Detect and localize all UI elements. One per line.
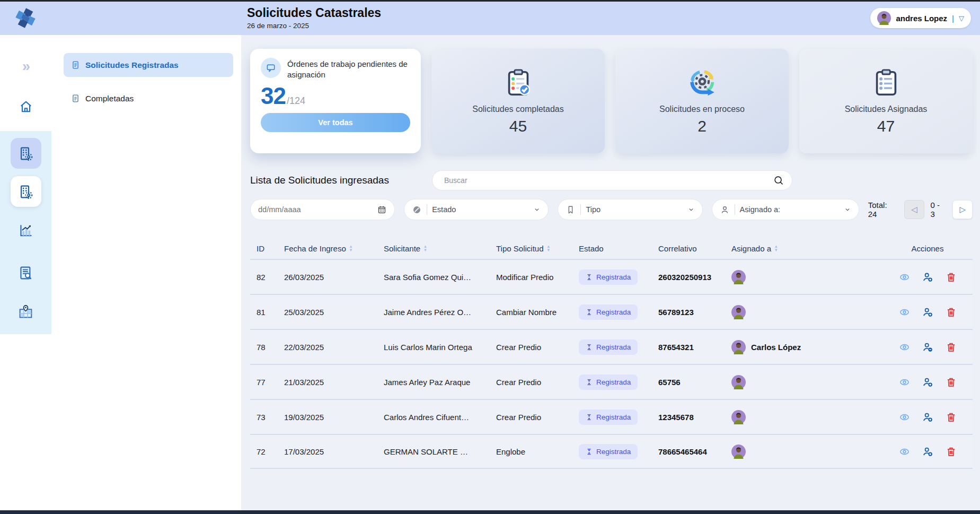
main-content: Órdenes de trabajo pendientes de asignac… — [241, 35, 980, 510]
calendar-icon[interactable] — [377, 205, 387, 215]
view-eye-icon[interactable] — [899, 307, 910, 318]
stat-label: Solicitudes Asignadas — [845, 104, 928, 114]
rail-item-documentos[interactable] — [0, 265, 51, 281]
cell-solicitante: GERMAN SOLARTE … — [377, 447, 490, 456]
filter-bar: Estado Tipo Asignado a: Total: 24 ◁ 0 - … — [250, 199, 973, 220]
cell-id: 78 — [250, 343, 278, 352]
chevron-down-icon — [844, 206, 851, 213]
cell-asignado — [725, 270, 882, 284]
pending-orders-card: Órdenes de trabajo pendientes de asignac… — [250, 49, 421, 153]
stat-card-asignadas: Solicitudes Asignadas 47 — [799, 49, 973, 153]
cell-correlativo: 65756 — [652, 378, 725, 387]
cell-estado: Registrada — [572, 410, 652, 425]
cell-correlativo: 12345678 — [652, 413, 725, 422]
hourglass-icon — [586, 309, 593, 316]
estado-select[interactable]: Estado — [404, 199, 549, 220]
date-filter[interactable] — [250, 199, 395, 220]
user-menu[interactable]: andres Lopez | ▽ — [870, 8, 971, 28]
assign-user-icon[interactable] — [922, 272, 933, 283]
hourglass-icon — [586, 414, 593, 421]
rail-item-mapa[interactable] — [0, 304, 51, 319]
nav-item-solicitudes-registradas[interactable]: Solicitudes Registradas — [64, 53, 233, 77]
rail-item-solicitudes-active[interactable] — [0, 138, 51, 169]
stat-label: Solicitudes en proceso — [659, 104, 745, 114]
delete-trash-icon[interactable] — [946, 412, 957, 423]
tipo-select[interactable]: Tipo — [558, 199, 702, 220]
assign-user-icon[interactable] — [922, 446, 933, 457]
next-page-button[interactable]: ▷ — [952, 200, 973, 219]
search-bar[interactable] — [432, 170, 792, 190]
unassign-user-icon[interactable] — [922, 342, 933, 353]
asignado-select-label: Asignado a: — [740, 205, 839, 214]
view-eye-icon[interactable] — [899, 272, 910, 283]
cell-solicitante: James Arley Paz Araque — [377, 378, 490, 387]
date-input[interactable] — [258, 205, 372, 214]
cell-fecha: 22/03/2025 — [278, 343, 377, 352]
page-date: 26 de marzo - 2025 — [247, 22, 381, 30]
page-title: Solicitudes Catastrales — [247, 6, 381, 20]
cell-tipo: Crear Predio — [490, 343, 572, 352]
active-rail-button[interactable] — [11, 138, 41, 169]
view-eye-icon[interactable] — [899, 377, 910, 388]
user-name: andres Lopez — [896, 14, 947, 23]
sort-arrows-icon[interactable]: ▴▾ — [350, 245, 352, 252]
sort-arrows-icon[interactable]: ▴▾ — [775, 245, 778, 252]
hourglass-icon — [586, 274, 593, 281]
cell-tipo: Englobe — [490, 447, 572, 456]
cell-asignado — [725, 375, 882, 389]
cell-tipo: Crear Predio — [490, 413, 572, 422]
cell-acciones — [882, 377, 973, 388]
rail-item-solicitudes[interactable] — [0, 176, 51, 207]
chevron-down-icon[interactable]: ▽ — [959, 14, 964, 22]
cell-id: 77 — [250, 378, 278, 387]
chevron-down-icon — [533, 206, 541, 213]
rail-item-reportes[interactable] — [0, 223, 51, 238]
stat-card-completadas: Solicitudes completadas 45 — [431, 49, 605, 153]
cell-id: 81 — [250, 308, 278, 317]
chevron-down-icon — [687, 206, 695, 213]
sidebar-expand-button[interactable]: » — [0, 58, 51, 75]
cell-estado: Registrada — [572, 374, 652, 390]
search-input[interactable] — [444, 176, 773, 185]
hourglass-icon — [586, 344, 593, 351]
stat-label: Solicitudes completadas — [472, 104, 564, 114]
cell-acciones — [882, 307, 973, 318]
solicitudes-table: ID Fecha de Ingreso ▴▾ Solicitante ▴▾ Ti… — [250, 238, 973, 469]
asignado-select[interactable]: Asignado a: — [712, 199, 859, 220]
rail-item-home[interactable] — [0, 100, 51, 114]
assign-user-icon[interactable] — [922, 412, 933, 423]
col-tipo: Tipo Solicitud ▴▾ — [490, 244, 572, 253]
col-acciones: Acciones — [882, 244, 973, 253]
cell-tipo: Modificar Predio — [490, 273, 572, 282]
view-eye-icon[interactable] — [899, 412, 910, 423]
divider — [735, 204, 735, 215]
cell-correlativo: 56789123 — [652, 308, 725, 317]
delete-trash-icon[interactable] — [946, 342, 957, 353]
view-eye-icon[interactable] — [899, 446, 910, 457]
delete-trash-icon[interactable] — [946, 272, 957, 283]
cell-correlativo: 78665465464 — [652, 447, 725, 456]
delete-trash-icon[interactable] — [946, 377, 957, 388]
assign-user-icon[interactable] — [922, 307, 933, 318]
assign-user-icon[interactable] — [922, 377, 933, 388]
rail-button[interactable] — [11, 176, 41, 207]
assignee-avatar — [731, 375, 746, 389]
sort-arrows-icon[interactable]: ▴▾ — [424, 245, 427, 252]
table-row: 77 21/03/2025 James Arley Paz Araque Cre… — [250, 364, 973, 399]
nav-panel: Solicitudes Registradas Completadas — [51, 35, 241, 510]
status-badge: Registrada — [579, 410, 638, 425]
sort-arrows-icon[interactable]: ▴▾ — [548, 245, 550, 252]
cell-fecha: 25/03/2025 — [278, 308, 377, 317]
nav-item-completadas[interactable]: Completadas — [64, 86, 233, 110]
cell-solicitante: Jaime Andres Pérez O… — [377, 308, 490, 317]
search-icon[interactable] — [773, 175, 784, 186]
delete-trash-icon[interactable] — [946, 446, 957, 457]
cell-solicitante: Carlos Andres Cifuent… — [377, 413, 490, 422]
delete-trash-icon[interactable] — [946, 307, 957, 318]
view-eye-icon[interactable] — [899, 342, 910, 353]
table-header-row: ID Fecha de Ingreso ▴▾ Solicitante ▴▾ Ti… — [250, 238, 973, 259]
cell-acciones — [882, 342, 973, 353]
cell-tipo: Crear Predio — [490, 378, 572, 387]
ver-todas-button[interactable]: Ver todas — [261, 113, 410, 132]
prev-page-button[interactable]: ◁ — [904, 200, 924, 219]
